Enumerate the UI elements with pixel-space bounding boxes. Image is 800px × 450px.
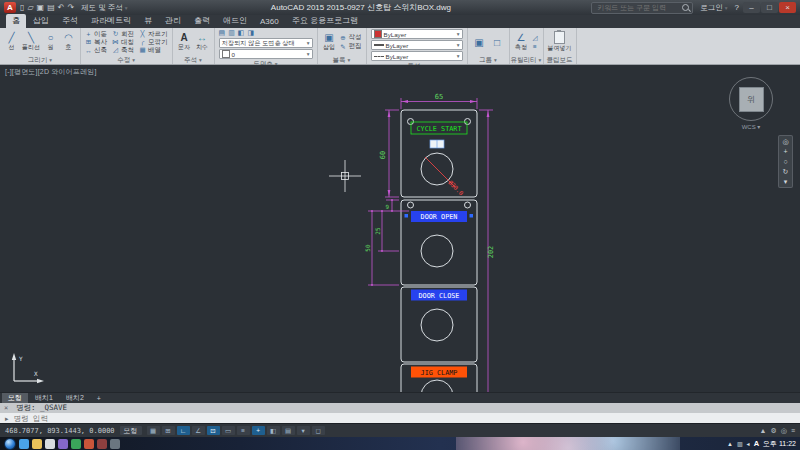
lineweight-toggle[interactable]: ◧ <box>267 426 280 435</box>
insert-block-button[interactable]: ▣ 삽입 <box>322 32 337 52</box>
taskbar-app-icon[interactable] <box>45 439 55 449</box>
ribbon-tab-featured-apps[interactable]: 주요 응용프로그램 <box>286 14 364 28</box>
panel-groups-label[interactable]: 그룹 ▾ <box>468 56 509 64</box>
workspace-gear-icon[interactable]: ⚙ <box>771 427 777 435</box>
dimension-button[interactable]: ↔ 치수 <box>195 32 210 52</box>
taskbar-app-icon[interactable] <box>97 439 107 449</box>
ribbon-tab-view[interactable]: 뷰 <box>138 14 158 28</box>
redo-button[interactable]: ↷ <box>67 3 74 12</box>
minimize-button[interactable]: – <box>743 2 760 13</box>
create-block-button[interactable]: ⊕작성 <box>340 34 362 42</box>
viewcube[interactable]: 위 WCS ▾ <box>724 77 778 130</box>
lineweight-dropdown[interactable]: ByLayer ▾ <box>371 40 463 50</box>
maximize-button[interactable]: □ <box>761 2 778 13</box>
network-icon[interactable]: ▥ <box>737 440 743 447</box>
search-input[interactable] <box>595 3 679 12</box>
ribbon-tab-home[interactable]: 홈 <box>6 14 26 28</box>
taskbar-app-icon[interactable] <box>71 439 81 449</box>
taskbar-app-icon[interactable] <box>19 439 29 449</box>
ribbon-tab-addins[interactable]: 애드인 <box>217 14 253 28</box>
ribbon-tab-insert[interactable]: 삽입 <box>27 14 55 28</box>
ime-indicator[interactable]: A <box>754 439 759 448</box>
infocenter-search[interactable] <box>591 2 693 14</box>
layout1-tab[interactable]: 배치1 <box>29 393 59 403</box>
circle-button[interactable]: ○ 원 <box>43 32 58 52</box>
quick-select-button[interactable]: ◿ <box>532 34 539 42</box>
text-button[interactable]: A 문자 <box>177 32 192 52</box>
viewcube-compass-ring[interactable]: 위 <box>729 77 773 121</box>
taskbar-app-icon[interactable] <box>58 439 68 449</box>
orbit-icon[interactable]: ↻ <box>783 168 789 175</box>
signin-button[interactable]: 로그인 ▾ <box>697 3 730 13</box>
workspace-switcher[interactable]: 제도 및 주석 ▾ <box>78 3 130 13</box>
layer-freeze-icon[interactable]: ◨ <box>247 29 254 37</box>
help-button[interactable]: ? <box>735 3 739 12</box>
ribbon-tab-annotate[interactable]: 주석 <box>56 14 84 28</box>
panel-annotation-label[interactable]: 주석 ▾ <box>173 56 214 64</box>
panel-modify-label[interactable]: 수정 ▾ <box>81 56 172 64</box>
model-space-button[interactable]: 모형 <box>120 426 142 435</box>
selection-cycling-toggle[interactable]: ▾ <box>297 426 310 435</box>
arc-button[interactable]: ◠ 호 <box>61 32 76 52</box>
array-button[interactable]: ▦배열 <box>139 46 168 54</box>
linetype-dropdown[interactable]: ByLayer ▾ <box>371 51 463 61</box>
taskbar-app-icon[interactable] <box>84 439 94 449</box>
stretch-button[interactable]: ↔신축 <box>85 46 107 54</box>
plot-button[interactable]: ▤ <box>47 3 55 12</box>
snap-toggle[interactable]: ⊞ <box>162 426 175 435</box>
start-button[interactable] <box>4 438 16 450</box>
save-button[interactable]: ▣ <box>37 3 45 12</box>
undo-button[interactable]: ↶ <box>58 3 65 12</box>
pan-icon[interactable]: + <box>783 148 787 155</box>
ribbon-tab-parametric[interactable]: 파라메트릭 <box>85 14 137 28</box>
dynamic-input-toggle[interactable]: + <box>252 426 265 435</box>
layer-isolate-icon[interactable]: ◧ <box>238 29 245 37</box>
zoom-icon[interactable]: ○ <box>783 158 787 165</box>
ungroup-button[interactable]: □ <box>490 37 505 48</box>
layout2-tab[interactable]: 배치2 <box>60 393 90 403</box>
ortho-toggle[interactable]: ∟ <box>177 426 190 435</box>
open-button[interactable]: ▱ <box>27 3 33 12</box>
customization-menu-icon[interactable]: ≡ <box>791 427 795 434</box>
layer-off-icon[interactable]: ▥ <box>228 29 235 37</box>
ribbon-tab-output[interactable]: 출력 <box>188 14 216 28</box>
new-button[interactable]: ▯ <box>20 3 24 12</box>
osnap-toggle[interactable]: ⊡ <box>207 426 220 435</box>
layer-properties-icon[interactable]: ▤ <box>219 29 226 37</box>
grid-toggle[interactable]: ▦ <box>147 426 160 435</box>
ribbon-tab-a360[interactable]: A360 <box>254 16 285 28</box>
ribbon-tab-manage[interactable]: 관리 <box>159 14 187 28</box>
object-color-dropdown[interactable]: ByLayer ▾ <box>371 29 463 39</box>
model-tab[interactable]: 모형 <box>2 393 28 403</box>
line-button[interactable]: ╱ 선 <box>4 32 19 52</box>
panel-block-label[interactable]: 블록 ▾ <box>318 56 366 64</box>
command-close-icon[interactable]: × <box>4 404 8 412</box>
polar-toggle[interactable]: ∠ <box>192 426 205 435</box>
annotation-scale-icon[interactable]: ▲ <box>760 427 767 434</box>
viewcube-wcs-menu[interactable]: WCS ▾ <box>742 123 761 130</box>
paste-button[interactable]: 붙여넣기 <box>548 31 572 53</box>
group-button[interactable]: ▣ <box>472 37 487 48</box>
layer-state-dropdown[interactable]: 저장되지 않은 도면층 상태 ▾ <box>219 38 313 48</box>
close-button[interactable]: × <box>779 2 796 13</box>
drawing-viewport[interactable]: CYCLE START DOOR OPEN DOOR CLOSE JIG CLA… <box>0 65 800 392</box>
isolate-objects-icon[interactable]: ◎ <box>781 427 787 435</box>
tray-expand-icon[interactable]: ▲ <box>727 441 733 447</box>
edit-block-button[interactable]: ✎편집 <box>340 43 362 51</box>
volume-icon[interactable]: ◂ <box>747 440 750 447</box>
autocad-logo-button[interactable]: A <box>4 2 16 13</box>
panel-clipboard-label[interactable]: 클립보드 <box>544 56 576 64</box>
point-button[interactable]: ≡ <box>532 43 539 51</box>
taskbar-clock[interactable]: 오후 11:22 <box>763 439 796 449</box>
steering-wheel-icon[interactable]: ◎ <box>782 138 788 145</box>
panel-draw-label[interactable]: 그리기 ▾ <box>0 56 80 64</box>
isodraft-toggle[interactable]: ▭ <box>222 426 235 435</box>
taskbar-app-icon[interactable] <box>110 439 120 449</box>
scale-button[interactable]: ◿축척 <box>112 46 134 54</box>
navbar-more-icon[interactable]: ▾ <box>784 178 788 185</box>
layer-dropdown[interactable]: 0 ▾ <box>219 49 313 59</box>
transparency-toggle[interactable]: ▤ <box>282 426 295 435</box>
polyline-button[interactable]: ╲ 폴리선 <box>22 32 40 52</box>
annotation-visibility-toggle[interactable]: ◻ <box>312 426 325 435</box>
measure-button[interactable]: ∠ 측정 <box>514 32 529 52</box>
